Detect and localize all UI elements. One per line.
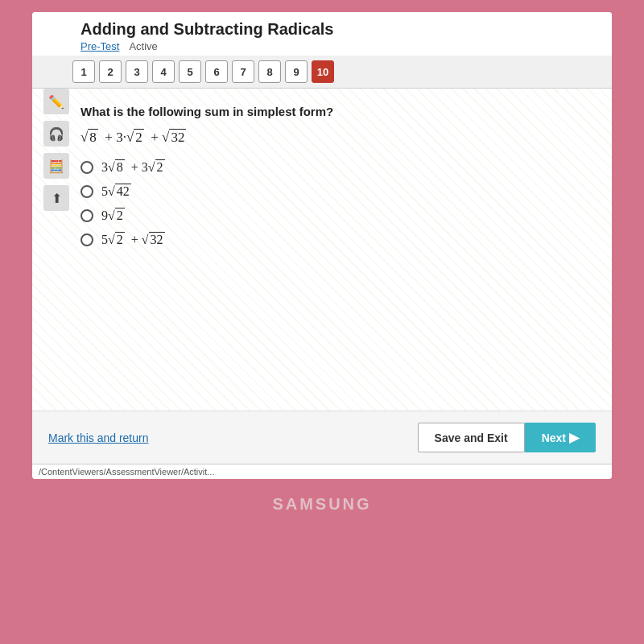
radio-b[interactable]: [80, 185, 93, 198]
option-c-text: 9√2: [101, 208, 125, 223]
calculator-icon[interactable]: 🧮: [43, 153, 69, 179]
q-num-4[interactable]: 4: [152, 60, 175, 83]
q-num-1[interactable]: 1: [72, 60, 95, 83]
upload-icon[interactable]: ⬆: [43, 185, 69, 211]
question-toolbar: ✏️ 🎧 🧮 ⬆ 1 2 3 4 5 6 7 8 9 10: [32, 56, 612, 89]
q-num-10[interactable]: 10: [312, 60, 334, 83]
headphone-icon[interactable]: 🎧: [43, 121, 69, 147]
question-numbers: 1 2 3 4 5 6 7 8 9 10: [72, 60, 334, 83]
bottom-bar: Mark this and return Save and Exit Next …: [32, 411, 612, 464]
pencil-icon[interactable]: ✏️: [43, 89, 69, 114]
page-header: Adding and Subtracting Radicals Pre-Test…: [32, 12, 612, 56]
save-exit-button[interactable]: Save and Exit: [418, 423, 525, 452]
radio-a[interactable]: [80, 161, 93, 174]
next-arrow-icon: ▶: [569, 430, 579, 445]
option-d-text: 5√2 + √32: [101, 233, 165, 247]
q-num-5[interactable]: 5: [179, 60, 201, 83]
q-num-9[interactable]: 9: [285, 60, 308, 83]
q-num-6[interactable]: 6: [205, 60, 228, 83]
q-num-8[interactable]: 8: [258, 60, 281, 83]
page-title: Adding and Subtracting Radicals: [80, 20, 600, 39]
pretest-link[interactable]: Pre-Test: [80, 40, 119, 52]
q-num-7[interactable]: 7: [232, 60, 254, 83]
address-bar: /ContentViewers/AssessmentViewer/Activit…: [32, 464, 612, 479]
q-num-2[interactable]: 2: [99, 60, 122, 83]
option-a-text: 3√8 + 3√2: [101, 160, 165, 175]
brand-label: SAMSUNG: [272, 495, 371, 514]
option-d[interactable]: 5√2 + √32: [80, 233, 596, 247]
options-list: 3√8 + 3√2 5√42 9√2: [80, 160, 596, 247]
next-button[interactable]: Next ▶: [525, 423, 596, 452]
question-expression: √8 + 3·√2 + √32: [80, 130, 596, 146]
page-subtitle: Pre-Test Active: [80, 40, 600, 52]
main-content: What is the following sum in simplest fo…: [32, 89, 612, 411]
status-label: Active: [129, 40, 157, 52]
radio-c[interactable]: [80, 209, 93, 222]
option-b[interactable]: 5√42: [80, 184, 596, 199]
option-a[interactable]: 3√8 + 3√2: [80, 160, 596, 175]
option-c[interactable]: 9√2: [80, 208, 596, 223]
question-text: What is the following sum in simplest fo…: [80, 105, 596, 118]
option-b-text: 5√42: [101, 184, 131, 199]
url-text: /ContentViewers/AssessmentViewer/Activit…: [39, 467, 214, 477]
radio-d[interactable]: [80, 233, 93, 246]
bottom-buttons: Save and Exit Next ▶: [418, 423, 596, 452]
mark-return-link[interactable]: Mark this and return: [48, 431, 149, 444]
q-num-3[interactable]: 3: [126, 60, 148, 83]
